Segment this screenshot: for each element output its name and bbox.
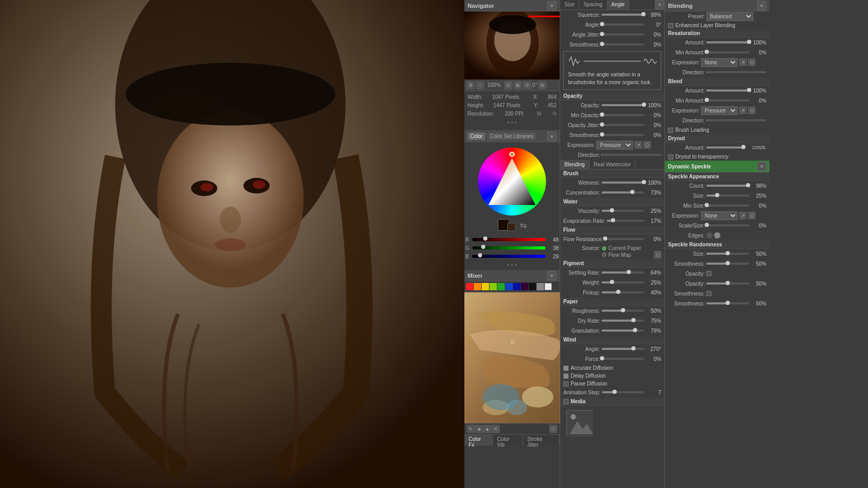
evaporation-slider[interactable] <box>607 220 644 222</box>
resat-expr-icon1[interactable]: ↗ <box>739 59 747 66</box>
speckle-min-size-slider[interactable] <box>706 205 749 207</box>
squeeze-slider[interactable] <box>602 14 644 16</box>
current-paper-radio[interactable] <box>602 246 606 251</box>
mixer-palette-btn[interactable]: ◈ <box>475 425 483 433</box>
nav-rotate-btn[interactable]: ↺ <box>523 81 531 89</box>
bottom-tab-color-vib[interactable]: Color Vib <box>493 435 523 446</box>
rand-smoothness2-cb[interactable] <box>706 291 711 296</box>
swatch-gray[interactable] <box>537 283 544 290</box>
edge-dot-1[interactable] <box>706 232 713 239</box>
blending-menu-btn[interactable]: ≡ <box>757 1 766 10</box>
swatch-green[interactable] <box>497 283 505 290</box>
swatch-dark-blue[interactable] <box>513 283 520 290</box>
color-menu-btn[interactable]: ≡ <box>547 132 557 141</box>
bleed-min-slider[interactable] <box>706 99 749 101</box>
color-tab[interactable]: Color <box>468 132 485 140</box>
speckle-size-slider[interactable] <box>706 195 749 197</box>
bottom-tab-color-fx[interactable]: Color Fx <box>464 435 493 446</box>
opacity-smoothness-slider[interactable] <box>602 134 644 136</box>
bleed-expr-icon2[interactable]: ⬡ <box>748 107 755 114</box>
viscosity-slider[interactable] <box>602 210 644 212</box>
brush-loading-cb[interactable] <box>668 128 673 133</box>
opacity-expr-icon2[interactable]: ⬡ <box>643 141 651 149</box>
wetness-slider[interactable] <box>602 181 644 184</box>
flow-map-radio[interactable] <box>602 253 606 257</box>
delay-diffusion-cb[interactable] <box>563 373 569 379</box>
speckle-expr-icon1[interactable]: ↗ <box>739 212 747 219</box>
rand-smoothness-slider[interactable] <box>706 263 749 265</box>
resat-expr-icon2[interactable]: ⬡ <box>748 59 755 66</box>
accurate-diffusion-cb[interactable] <box>563 366 569 371</box>
pickup-slider[interactable] <box>602 291 644 293</box>
opacity-slider[interactable] <box>602 104 644 106</box>
swatch-purple[interactable] <box>521 283 528 290</box>
swatch-blue[interactable] <box>505 283 513 290</box>
nav-mirror-btn[interactable]: ⊟ <box>538 81 547 89</box>
edge-dot-2[interactable] <box>714 232 720 239</box>
b-slider[interactable] <box>472 255 546 258</box>
roughness-slider[interactable] <box>602 310 644 312</box>
color-set-tab[interactable]: Color Set Libraries <box>487 132 536 140</box>
wind-force-slider[interactable] <box>602 358 644 360</box>
bleed-direction-slider[interactable] <box>706 119 766 121</box>
g-slider[interactable] <box>472 246 546 249</box>
rand-opacity-cb[interactable] <box>706 271 711 276</box>
swatch-orange[interactable] <box>474 283 481 290</box>
color-wheel[interactable] <box>478 147 546 215</box>
mixer-clear-btn[interactable]: ✕ <box>492 425 500 433</box>
wind-angle-slider[interactable] <box>602 348 644 350</box>
settling-slider[interactable] <box>602 271 644 274</box>
mixer-fill-btn[interactable]: ▲ <box>483 425 492 433</box>
bottom-tab-stroke-jitter[interactable]: Stroke Jitter <box>523 435 560 446</box>
angle-menu-btn[interactable]: ≡ <box>655 0 664 9</box>
resat-min-slider[interactable] <box>706 51 749 53</box>
weight-slider[interactable] <box>602 281 644 283</box>
animation-step-slider[interactable] <box>602 391 644 393</box>
rand-size-slider[interactable] <box>706 253 749 255</box>
canvas-area[interactable] <box>0 0 464 488</box>
swatch-red[interactable] <box>466 283 473 290</box>
mixer-canvas[interactable] <box>464 292 560 423</box>
navigator-menu-btn[interactable]: ≡ <box>547 1 557 10</box>
preset-select[interactable]: Balanced Wet Dry <box>706 12 753 21</box>
flow-icon[interactable]: ⬡ <box>654 251 661 258</box>
navigator-thumbnail[interactable] <box>464 12 560 80</box>
dryout-transparency-cb[interactable] <box>668 154 673 160</box>
rand-smoothness3-slider[interactable] <box>706 302 749 304</box>
dynamic-speckle-menu-btn[interactable]: ≡ <box>757 162 766 171</box>
media-cb[interactable] <box>563 399 569 404</box>
nav-full-btn[interactable]: ⊞ <box>514 81 522 89</box>
angle-slider[interactable] <box>602 24 644 26</box>
min-opacity-slider[interactable] <box>602 114 644 116</box>
resat-direction-slider[interactable] <box>706 71 766 73</box>
angle-jitter-slider[interactable] <box>602 33 644 36</box>
media-thumbnail[interactable] <box>566 410 593 436</box>
granulation-slider[interactable] <box>602 330 644 332</box>
mixer-dropper-btn[interactable]: ✎ <box>466 425 475 433</box>
concentration-slider[interactable] <box>602 191 644 194</box>
opacity-expr-icon1[interactable]: ↗ <box>635 141 642 149</box>
smoothness-slider[interactable] <box>602 43 644 46</box>
swatch-yellow[interactable] <box>482 283 489 290</box>
opacity-expression-select[interactable]: Pressure None Velocity <box>596 141 633 150</box>
blending-tab[interactable]: Blending <box>560 160 589 169</box>
swatch-yellow-green[interactable] <box>489 283 497 290</box>
dry-rate-slider[interactable] <box>602 320 644 322</box>
speckle-scale-slider[interactable] <box>706 224 749 226</box>
color-wheel-container[interactable]: ⇆ <box>464 142 560 235</box>
opacity-direction-slider[interactable] <box>602 154 661 156</box>
nav-info-btn[interactable]: i <box>476 81 484 89</box>
nav-settings-btn[interactable]: ⚙ <box>466 81 475 89</box>
nav-fit-btn[interactable]: ⊡ <box>504 81 513 89</box>
swatch-black[interactable] <box>529 283 536 290</box>
tab-angle[interactable]: Angle <box>607 0 630 9</box>
tab-spacing[interactable]: Spacing <box>579 0 607 9</box>
bleed-amount-slider[interactable] <box>706 89 749 92</box>
swap-colors-btn[interactable]: ⇆ <box>520 220 527 230</box>
opacity-jitter-slider[interactable] <box>602 124 644 126</box>
rand-opacity2-slider[interactable] <box>706 282 749 285</box>
swatch-white[interactable] <box>544 283 552 290</box>
mixer-menu-btn[interactable]: ≡ <box>547 271 557 280</box>
pause-diffusion-cb[interactable] <box>563 381 569 387</box>
bleed-expr-icon1[interactable]: ↗ <box>739 107 747 114</box>
